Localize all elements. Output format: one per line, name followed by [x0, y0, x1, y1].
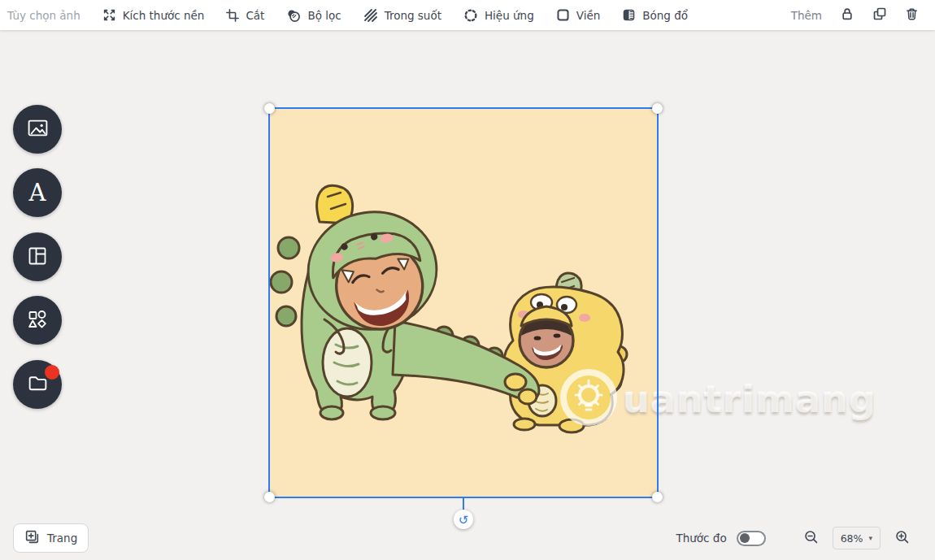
effects-icon [463, 8, 478, 23]
effects-label: Hiệu ứng [485, 9, 534, 22]
border-label: Viền [576, 9, 601, 22]
zoom-level-value: 68% [841, 532, 863, 545]
background-size-button[interactable]: Kích thước nền [102, 8, 205, 22]
image-icon [27, 117, 49, 141]
zoom-in-button[interactable] [894, 529, 910, 547]
text-icon: A [29, 181, 46, 205]
dinosaur-cartoon-svg [269, 108, 658, 497]
filter-icon [286, 8, 301, 23]
shapes-icon [27, 309, 48, 332]
transparency-icon [363, 8, 378, 23]
resize-handle-top-right[interactable] [652, 103, 663, 114]
crop-label: Cắt [246, 9, 264, 22]
resize-handle-top-left[interactable] [264, 103, 275, 114]
border-icon [556, 8, 570, 22]
background-size-label: Kích thước nền [123, 9, 205, 22]
resize-handle-bottom-left[interactable] [264, 492, 275, 502]
sidebar-button-uploads[interactable] [13, 360, 62, 409]
expand-icon [102, 8, 116, 22]
notification-badge [45, 365, 59, 380]
zoom-out-button[interactable] [803, 529, 819, 547]
canvas-workspace: A [0, 30, 935, 560]
toggle-knob [740, 533, 750, 543]
zoom-level-select[interactable]: 68% ▾ [833, 527, 881, 549]
selected-image[interactable] [269, 108, 658, 497]
ruler-toggle[interactable] [737, 531, 766, 546]
add-page-icon [24, 529, 40, 547]
sidebar-button-shapes[interactable] [13, 296, 62, 345]
sidebar-button-frames[interactable] [13, 232, 62, 281]
add-page-button[interactable]: Trang [13, 523, 89, 553]
sidebar-button-images[interactable] [13, 105, 62, 154]
crop-button[interactable]: Cắt [226, 9, 264, 22]
trash-icon [905, 7, 919, 24]
watermark-text: uantrimang [623, 367, 876, 431]
more-button[interactable]: Thêm [791, 9, 822, 22]
bottom-bar: Trang Thước đo 68% ▾ [0, 519, 935, 560]
resize-handle-bottom-right[interactable] [652, 492, 663, 502]
sidebar-button-text[interactable]: A [13, 168, 62, 217]
delete-button[interactable] [905, 7, 919, 24]
shadow-icon [622, 8, 636, 22]
frame-icon [27, 245, 48, 269]
lock-button[interactable] [840, 7, 855, 24]
shadow-button[interactable]: Bóng đổ [622, 8, 688, 22]
transparency-label: Trong suốt [385, 9, 441, 22]
filters-label: Bộ lọc [307, 9, 341, 22]
toolbar-title: Tùy chọn ảnh [7, 9, 80, 22]
duplicate-icon [872, 7, 887, 24]
duplicate-button[interactable] [872, 7, 887, 24]
crop-icon [226, 9, 239, 22]
transparency-button[interactable]: Trong suốt [363, 8, 441, 23]
zoom-in-icon [894, 529, 910, 547]
rotate-handle-stem [463, 497, 464, 510]
lock-icon [840, 7, 855, 24]
effects-button[interactable]: Hiệu ứng [463, 8, 534, 23]
filters-button[interactable]: Bộ lọc [286, 8, 341, 23]
chevron-down-icon: ▾ [868, 534, 872, 542]
ruler-label: Thước đo [676, 532, 727, 545]
image-toolbar: Tùy chọn ảnh Kích thước nền Cắt [0, 0, 935, 30]
shadow-label: Bóng đổ [642, 9, 688, 22]
add-page-label: Trang [47, 532, 77, 545]
border-button[interactable]: Viền [556, 8, 601, 22]
zoom-out-icon [803, 529, 819, 547]
